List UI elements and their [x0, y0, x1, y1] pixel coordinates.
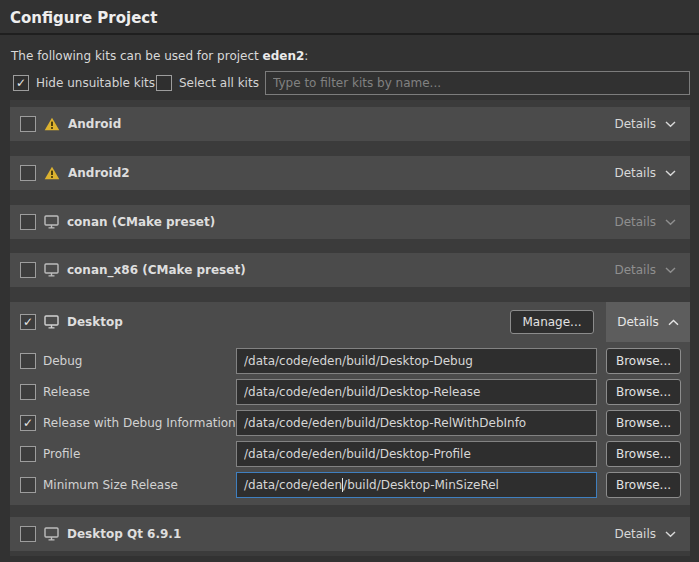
warning-icon: [44, 117, 60, 131]
kit-row-desktop: ✓ Desktop Manage... Details Debug Browse…: [10, 302, 690, 505]
kit-checkbox[interactable]: [20, 526, 36, 542]
checkmark-icon: ✓: [23, 417, 33, 429]
details-toggle[interactable]: Details: [600, 156, 690, 190]
build-dir-input[interactable]: [236, 348, 597, 374]
browse-button[interactable]: Browse...: [606, 472, 681, 498]
kit-row-header: Desktop Qt 6.9.1: [10, 517, 690, 551]
browse-button[interactable]: Browse...: [606, 379, 681, 405]
browse-button[interactable]: Browse...: [606, 441, 681, 467]
kit-row-android: Android Details: [10, 107, 690, 141]
select-all-label: Select all kits: [179, 76, 259, 90]
hide-unsuitable-checkbox[interactable]: ✓: [13, 75, 29, 91]
config-label: Debug: [43, 348, 82, 374]
kit-row-desktop-qt: Desktop Qt 6.9.1 Details: [10, 517, 690, 551]
kit-name: Android2: [68, 166, 130, 180]
details-toggle[interactable]: Details: [606, 302, 690, 342]
build-config-row-release: Release Browse...: [10, 379, 690, 405]
kits-description-prefix: The following kits can be used for proje…: [11, 49, 263, 63]
build-config-row-debug: Debug Browse...: [10, 348, 690, 374]
details-toggle: Details: [600, 253, 690, 287]
chevron-down-icon: [665, 170, 676, 177]
desktop-icon: [44, 527, 59, 541]
details-label: Details: [617, 315, 659, 329]
kit-row-conan: conan (CMake preset) Details: [10, 205, 690, 239]
config-checkbox[interactable]: [20, 384, 36, 400]
manage-button[interactable]: Manage...: [510, 310, 594, 334]
kit-checkbox[interactable]: [20, 262, 36, 278]
kit-row-header: Android2: [10, 156, 690, 190]
kit-name: conan_x86 (CMake preset): [67, 263, 246, 277]
kit-name: Desktop Qt 6.9.1: [67, 527, 181, 541]
kits-description: The following kits can be used for proje…: [11, 49, 308, 63]
details-label: Details: [614, 117, 656, 131]
path-text-before-cursor: /data/code/eden: [244, 478, 342, 492]
kit-list: Android Details Android2 Details: [10, 100, 690, 556]
desktop-icon: [44, 263, 59, 277]
kit-name: conan (CMake preset): [67, 215, 215, 229]
select-all-checkbox[interactable]: [156, 75, 172, 91]
config-checkbox[interactable]: [20, 353, 36, 369]
details-label: Details: [614, 263, 656, 277]
kit-checkbox[interactable]: [20, 116, 36, 132]
config-label: Release with Debug Information: [43, 410, 236, 436]
kit-name: Android: [68, 117, 121, 131]
details-toggle[interactable]: Details: [600, 517, 690, 551]
kit-checkbox[interactable]: ✓: [20, 314, 36, 330]
kit-filter-input[interactable]: [265, 71, 690, 95]
config-label: Minimum Size Release: [43, 472, 178, 498]
checkmark-icon: ✓: [16, 77, 26, 89]
kit-row-android2: Android2 Details: [10, 156, 690, 190]
chevron-down-icon: [665, 219, 676, 226]
kits-description-suffix: :: [304, 49, 308, 63]
build-config-row-profile: Profile Browse...: [10, 441, 690, 467]
details-label: Details: [614, 215, 656, 229]
build-dir-input[interactable]: [236, 379, 597, 405]
kit-row-conan-x86: conan_x86 (CMake preset) Details: [10, 253, 690, 287]
details-label: Details: [614, 527, 656, 541]
page-title: Configure Project: [10, 9, 157, 27]
checkmark-icon: ✓: [23, 316, 33, 328]
project-name: eden2: [263, 49, 305, 63]
details-toggle[interactable]: Details: [600, 107, 690, 141]
build-dir-input-focused[interactable]: /data/code/eden/build/Desktop-MinSizeRel: [236, 472, 597, 498]
kit-checkbox[interactable]: [20, 165, 36, 181]
config-checkbox[interactable]: [20, 477, 36, 493]
browse-button[interactable]: Browse...: [606, 410, 681, 436]
config-checkbox[interactable]: ✓: [20, 415, 36, 431]
kit-row-header: conan (CMake preset): [10, 205, 690, 239]
warning-icon: [44, 166, 60, 180]
config-label: Profile: [43, 441, 80, 467]
title-separator: [0, 33, 699, 35]
desktop-icon: [44, 215, 59, 229]
select-all-group: Select all kits: [156, 75, 259, 91]
chevron-up-icon: [668, 319, 679, 326]
config-checkbox[interactable]: [20, 446, 36, 462]
chevron-down-icon: [665, 267, 676, 274]
build-dir-input[interactable]: [236, 441, 597, 467]
kit-checkbox[interactable]: [20, 214, 36, 230]
build-config-row-relwithdebinfo: ✓ Release with Debug Information Browse.…: [10, 410, 690, 436]
details-label: Details: [614, 166, 656, 180]
configure-project-page: { "window": { "title": "Configure Projec…: [0, 0, 699, 562]
kit-row-header: Android: [10, 107, 690, 141]
details-toggle: Details: [600, 205, 690, 239]
hide-unsuitable-label: Hide unsuitable kits: [36, 76, 155, 90]
chevron-down-icon: [665, 531, 676, 538]
browse-button[interactable]: Browse...: [606, 348, 681, 374]
build-config-row-minsizerel: Minimum Size Release /data/code/eden/bui…: [10, 472, 690, 498]
kit-row-header: conan_x86 (CMake preset): [10, 253, 690, 287]
kit-name: Desktop: [67, 315, 123, 329]
path-text-after-cursor: /build/Desktop-MinSizeRel: [343, 478, 499, 492]
config-label: Release: [43, 379, 90, 405]
hide-unsuitable-group: ✓ Hide unsuitable kits: [13, 75, 155, 91]
build-dir-input[interactable]: [236, 410, 597, 436]
chevron-down-icon: [665, 121, 676, 128]
desktop-icon: [44, 315, 59, 329]
